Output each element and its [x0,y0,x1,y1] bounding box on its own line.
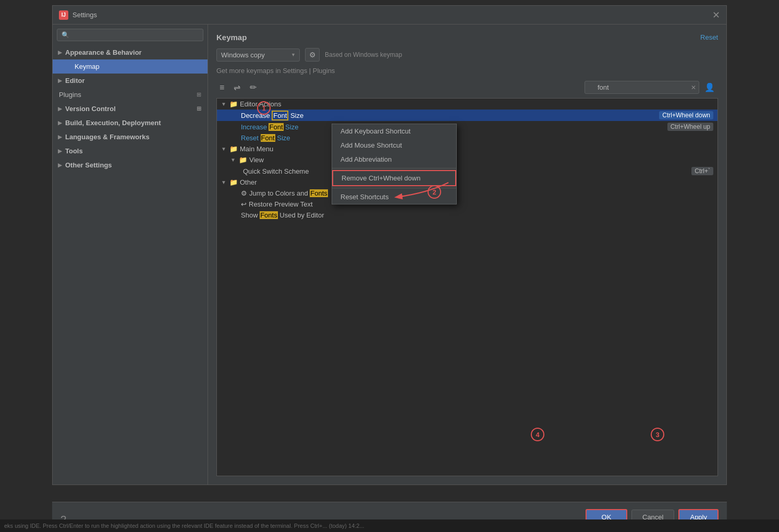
sidebar-item-appearance[interactable]: ▶ Appearance & Behavior [53,45,208,59]
tree-item-increase-font[interactable]: Increase Font Size Ctrl+Wheel up [217,121,717,132]
reset-link[interactable]: Reset [700,33,718,41]
sidebar: ▶ Appearance & Behavior Keymap ▶ Editor … [53,25,208,485]
tree-item-other[interactable]: ▼ 📁 Other [217,177,717,188]
filter-button[interactable]: ≡ [216,81,227,94]
annotation-circle-2: 2 [428,185,441,199]
tree-label-other: Other [240,178,257,186]
keymap-toolbar: ≡ ⇌ ✏ 🔍 ✕ 👤 [216,81,718,94]
window-title: Settings [72,11,97,19]
avatar-button[interactable]: 👤 [701,81,718,94]
sidebar-item-keymap[interactable]: Keymap [53,59,208,74]
font-highlight-3: Font [261,134,275,142]
sidebar-search-box [53,25,208,45]
tree-label-reset-font: Reset Font Size [241,134,290,142]
ctx-add-keyboard[interactable]: Add Keyboard Shortcut [332,124,456,138]
tree-item-editor-actions[interactable]: ▼ 📁 Editor Actions [217,99,717,110]
chevron-down-icon-3: ▼ [230,157,237,163]
plugins-icon: ⊞ [197,91,201,98]
keymap-select-wrapper: Windows copy [216,49,300,62]
close-button[interactable]: ✕ [712,9,720,21]
tree-label-increase-font: Increase Font Size [241,123,298,131]
ctx-remove-ctrl-wheel[interactable]: Remove Ctrl+Wheel down [332,170,456,186]
tree-item-restore-preview[interactable]: ↩ Restore Preview Text [217,199,717,210]
sidebar-item-tools[interactable]: ▶ Tools [53,144,208,158]
sidebar-item-vcs[interactable]: ▶ Version Control ⊞ [53,102,208,116]
tree-item-decrease-font[interactable]: Decrease Font Size Ctrl+Wheel down [217,110,717,121]
nav-items: ▶ Appearance & Behavior Keymap ▶ Editor … [53,45,208,485]
keymap-dropdown[interactable]: Windows copy [216,49,300,62]
vcs-icon: ⊞ [197,105,201,112]
chevron-down-icon: ▼ [221,101,227,107]
folder-icon: 📁 [229,100,238,108]
tree-item-view[interactable]: ▼ 📁 View [217,154,717,165]
tree-label-show-fonts: Show Fonts Used by Editor [241,211,324,219]
search-area: 🔍 ✕ 👤 [585,81,718,94]
group-button[interactable]: ⇌ [230,81,244,94]
tree-label-view: View [249,156,264,164]
tree-item-main-menu[interactable]: ▼ 📁 Main Menu [217,143,717,154]
tree-item-jump-colors[interactable]: ⚙ Jump to Colors and Fonts [217,188,717,199]
tree-label-main-menu: Main Menu [240,145,273,153]
keymap-search-input[interactable] [585,81,699,94]
chevron-right-icon: ▶ [58,120,62,126]
status-text: eks using IDE. Press Ctrl/Enter to run t… [4,523,364,529]
chevron-right-icon: ▶ [58,162,62,168]
status-bar: eks using IDE. Press Ctrl/Enter to run t… [0,519,779,532]
font-highlight-2: Font [269,123,283,131]
tree-label-decrease-font: Decrease Font Size [241,112,303,119]
keymap-gear-button[interactable]: ⚙ [305,48,320,62]
annotation-circle-4: 4 [531,428,544,441]
shortcut-ctrl-wheel-down: Ctrl+Wheel down [659,111,713,119]
sidebar-item-build[interactable]: ▶ Build, Execution, Deployment [53,116,208,130]
tree-container: ▼ 📁 Editor Actions Decrease Font Size Ct… [216,98,718,476]
search-clear-icon[interactable]: ✕ [691,84,696,91]
link-get-more[interactable]: Get more keymaps in Settings | Plugins [216,67,335,75]
chevron-right-icon: ▶ [58,134,62,140]
tree-item-reset-font[interactable]: Reset Font Size [217,132,717,143]
annotation-circle-3: 3 [651,428,664,441]
tree-label-jump-colors: Jump to Colors and Fonts [249,189,328,197]
keymap-link[interactable]: Get more keymaps in Settings | Plugins [216,67,718,75]
edit-button[interactable]: ✏ [247,81,260,94]
content-area: ▶ Appearance & Behavior Keymap ▶ Editor … [53,25,726,485]
panel-title: Keymap [216,33,247,42]
shortcut-ctrl-wheel-up: Ctrl+Wheel up [667,123,713,131]
folder-icon-4: 📁 [229,178,238,186]
tree-label-quick-switch: Quick Switch Scheme [243,167,309,175]
chevron-right-icon: ▶ [58,78,62,83]
keymap-row: Windows copy ⚙ Based on Windows keymap [216,48,718,62]
fonts-highlight: Fonts [310,189,328,197]
chevron-down-icon-4: ▼ [221,179,227,185]
title-bar: IJ Settings ✕ [53,6,726,25]
font-highlight: Font [272,111,288,120]
ctx-add-mouse[interactable]: Add Mouse Shortcut [332,138,456,152]
sidebar-item-languages[interactable]: ▶ Languages & Frameworks [53,130,208,144]
main-panel: Keymap Reset Windows copy ⚙ Based on Win… [208,25,726,485]
tree-item-quick-switch[interactable]: Quick Switch Scheme Ctrl+` [217,165,717,177]
panel-header: Keymap Reset [216,33,718,42]
ctx-divider-1 [332,168,456,168]
folder-icon-3: 📁 [239,156,247,164]
tree-label-restore: Restore Preview Text [249,200,313,208]
chevron-down-icon: ▼ [221,146,227,152]
sidebar-item-plugins[interactable]: Plugins ⊞ [53,88,208,102]
settings-icon: ⚙ [241,189,247,197]
chevron-right-icon: ▶ [58,50,62,55]
restore-icon: ↩ [241,200,247,208]
chevron-right-icon: ▶ [58,148,62,154]
shortcut-ctrl-backtick: Ctrl+` [691,167,713,175]
folder-icon-2: 📁 [229,145,238,153]
app-icon: IJ [59,10,68,20]
search-wrapper: 🔍 ✕ [585,81,699,94]
ctx-add-abbreviation[interactable]: Add Abbreviation [332,152,456,166]
chevron-right-icon: ▶ [58,106,62,112]
tree-item-show-fonts[interactable]: Show Fonts Used by Editor [217,210,717,221]
sidebar-search-input[interactable] [57,29,203,41]
keymap-based-text: Based on Windows keymap [325,51,402,58]
settings-window: IJ Settings ✕ ▶ Appearance & Behavior Ke… [52,5,727,485]
sidebar-item-editor[interactable]: ▶ Editor [53,74,208,88]
fonts-highlight-2: Fonts [260,211,278,219]
annotation-circle-1: 1 [257,101,271,115]
sidebar-item-other-settings[interactable]: ▶ Other Settings [53,158,208,172]
